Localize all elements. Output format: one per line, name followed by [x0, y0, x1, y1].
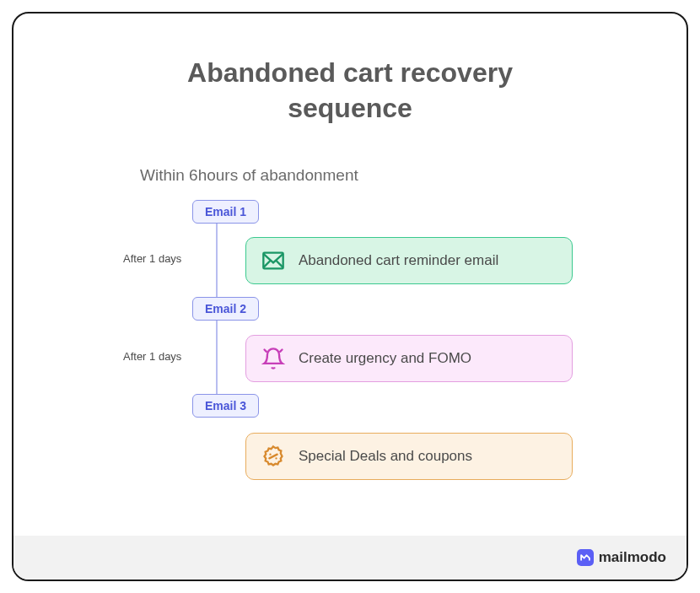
badge-icon — [261, 445, 285, 468]
email-tag-1: Email 1 — [192, 200, 259, 224]
step-text-3: Special Deals and coupons — [299, 448, 472, 465]
title-line-2: sequence — [288, 93, 412, 123]
email-tag-3: Email 3 — [192, 394, 259, 418]
connector-line-1 — [216, 224, 218, 298]
bell-icon — [261, 347, 285, 370]
footer-bar: mailmodo — [13, 536, 687, 580]
step-card-3: Special Deals and coupons — [245, 433, 573, 480]
brand-name: mailmodo — [599, 549, 666, 566]
brand: mailmodo — [577, 549, 666, 566]
email-tag-2: Email 2 — [192, 297, 259, 321]
diagram-subtitle: Within 6hours of abandonment — [140, 166, 687, 185]
diagram-title: Abandoned cart recovery sequence — [13, 56, 687, 126]
step-text-2: Create urgency and FOMO — [299, 350, 471, 367]
connector-line-2 — [216, 318, 218, 394]
step-card-2: Create urgency and FOMO — [245, 335, 573, 382]
step-card-1: Abandoned cart reminder email — [245, 237, 573, 284]
timing-label-1: After 1 days — [123, 252, 181, 265]
diagram-card: Abandoned cart recovery sequence Within … — [12, 12, 688, 581]
title-line-1: Abandoned cart recovery — [187, 57, 513, 88]
timing-label-2: After 1 days — [123, 350, 181, 363]
step-text-1: Abandoned cart reminder email — [299, 252, 498, 269]
brand-logo-icon — [577, 549, 594, 566]
envelope-icon — [261, 249, 285, 272]
